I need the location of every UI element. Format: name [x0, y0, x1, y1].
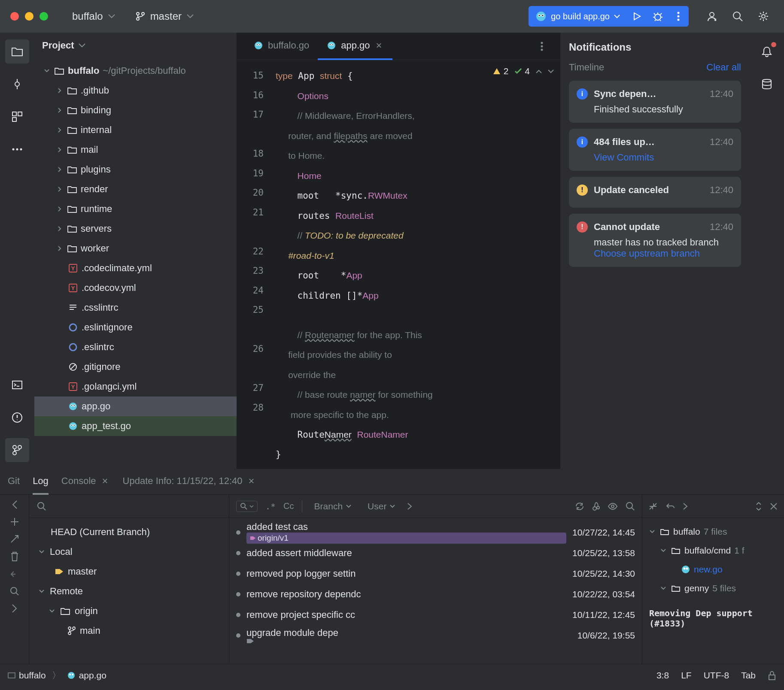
breadcrumb-project[interactable]: buffalo [8, 670, 46, 681]
close-tab-icon[interactable]: × [374, 38, 384, 53]
commit-row[interactable]: upgrade module depe10/6/22, 19:55 [236, 625, 635, 646]
tree-file[interactable]: app.go [34, 396, 237, 416]
max-light[interactable] [40, 12, 48, 21]
notification-link[interactable]: Choose upstream branch [594, 248, 733, 259]
inspection-widget[interactable]: 2 4 [492, 66, 554, 76]
more-tools-icon[interactable] [5, 137, 29, 161]
code-with-me-icon[interactable] [702, 6, 722, 27]
file-new-go[interactable]: new.go [642, 560, 784, 579]
remote-group[interactable]: Remote [29, 581, 229, 601]
compare-icon[interactable] [10, 569, 19, 579]
nav-back-icon[interactable] [12, 500, 18, 509]
project-dropdown[interactable]: buffalo [67, 8, 120, 25]
commit-tool-icon[interactable] [5, 72, 29, 96]
tree-folder[interactable]: servers [34, 219, 237, 239]
database-tool-icon[interactable] [755, 72, 779, 96]
tree-folder[interactable]: mail [34, 140, 237, 160]
eye-icon[interactable] [608, 502, 618, 510]
close-icon[interactable] [769, 502, 778, 511]
settings-icon[interactable] [753, 6, 774, 27]
case-toggle[interactable]: Cc [283, 501, 294, 511]
run-config-select[interactable]: go build app.go [529, 11, 627, 22]
commit-row[interactable]: remove project specific cc10/11/22, 12:4… [236, 605, 635, 625]
terminal-tool-icon[interactable] [5, 373, 29, 397]
tree-file[interactable]: .eslintrc [34, 337, 237, 357]
find-icon[interactable] [10, 587, 19, 596]
commit-row[interactable]: removed pop logger settin10/25/22, 14:30 [236, 563, 635, 584]
delete-icon[interactable] [10, 551, 19, 562]
tree-root[interactable]: buffalo ~/gitProjects/buffalo [34, 61, 237, 81]
master-branch[interactable]: master [29, 562, 229, 581]
clear-all-link[interactable]: Clear all [706, 62, 741, 73]
nav-next-icon[interactable] [407, 502, 412, 510]
project-tool-icon[interactable] [5, 39, 29, 64]
user-filter[interactable]: User [363, 499, 399, 513]
tree-folder[interactable]: render [34, 179, 237, 199]
commit-row[interactable]: added test casorigin/v110/27/22, 14:45 [236, 522, 635, 543]
tree-file[interactable]: Y.codeclimate.yml [34, 258, 237, 278]
search-icon[interactable] [37, 502, 46, 511]
tree-folder[interactable]: binding [34, 100, 237, 120]
notification-link[interactable]: View Commits [594, 152, 733, 163]
debug-button[interactable] [647, 6, 668, 27]
tree-file[interactable]: app_test.go [34, 416, 237, 436]
add-icon[interactable] [10, 517, 19, 527]
close-light[interactable] [10, 12, 19, 21]
search-log-icon[interactable] [626, 502, 635, 511]
vcs-tool-icon[interactable] [5, 438, 29, 462]
editor-tab[interactable]: app.go× [318, 33, 392, 60]
collapse-icon[interactable] [648, 502, 658, 511]
tree-folder[interactable]: plugins [34, 160, 237, 179]
nav-fwd-icon[interactable] [12, 604, 18, 613]
branch-filter[interactable]: Branch [310, 499, 356, 513]
close-icon[interactable]: × [246, 473, 256, 489]
cursor-position[interactable]: 3:8 [656, 670, 669, 681]
run-button[interactable] [627, 6, 647, 27]
bottom-tab[interactable]: Console× [61, 469, 110, 495]
encoding[interactable]: UTF-8 [704, 670, 729, 681]
tab-more-icon[interactable] [532, 36, 552, 57]
refresh-icon[interactable] [575, 502, 584, 511]
notifications-tool-icon[interactable] [755, 39, 779, 64]
tree-folder[interactable]: worker [34, 239, 237, 258]
tree-file[interactable]: .gitignore [34, 357, 237, 377]
tree-folder[interactable]: internal [34, 120, 237, 140]
file-tree-root[interactable]: buffalo7 files [642, 522, 784, 541]
line-ending[interactable]: LF [681, 670, 692, 681]
bottom-tab[interactable]: Update Info: 11/15/22, 12:40× [123, 469, 256, 495]
tree-file[interactable]: Y.codecov.yml [34, 278, 237, 298]
head-branch[interactable]: HEAD (Current Branch) [29, 522, 229, 542]
nav-next-icon[interactable] [683, 502, 688, 510]
tree-folder[interactable]: .github [34, 81, 237, 100]
commit-row[interactable]: added assert middleware10/25/22, 13:58 [236, 543, 635, 563]
indent[interactable]: Tab [741, 670, 756, 681]
lock-icon[interactable] [768, 671, 776, 680]
file-tree-genny[interactable]: genny5 files [642, 579, 784, 598]
tree-file[interactable]: .csslintrc [34, 298, 237, 318]
breadcrumb-file[interactable]: app.go [67, 670, 106, 681]
tree-folder[interactable]: runtime [34, 199, 237, 219]
more-run-button[interactable] [668, 6, 689, 27]
commit-row[interactable]: remove repository dependc10/22/22, 03:54 [236, 584, 635, 605]
problems-tool-icon[interactable] [5, 406, 29, 430]
editor-tab[interactable]: buffalo.go [245, 33, 318, 60]
expand-icon[interactable] [756, 502, 762, 511]
code-editor[interactable]: type App struct { Options // Middleware,… [270, 60, 560, 469]
regex-toggle[interactable]: .* [265, 501, 276, 511]
undo-icon[interactable] [665, 502, 675, 510]
project-header[interactable]: Project [34, 33, 237, 58]
bottom-tab[interactable]: Log [33, 469, 49, 495]
cherry-pick-icon[interactable] [592, 502, 600, 511]
branch-dropdown[interactable]: master [131, 8, 199, 25]
bottom-tab[interactable]: Git [8, 469, 20, 495]
close-icon[interactable]: × [100, 473, 110, 489]
checkout-icon[interactable] [10, 534, 19, 544]
file-tree-cmd[interactable]: buffalo/cmd1 f [642, 541, 784, 560]
origin-remote[interactable]: origin [29, 601, 229, 621]
local-group[interactable]: Local [29, 542, 229, 562]
tree-file[interactable]: .eslintignore [34, 318, 237, 337]
log-search[interactable] [236, 501, 258, 512]
tree-file[interactable]: Y.golangci.yml [34, 377, 237, 396]
structure-tool-icon[interactable] [5, 105, 29, 129]
main-branch[interactable]: main [29, 621, 229, 641]
